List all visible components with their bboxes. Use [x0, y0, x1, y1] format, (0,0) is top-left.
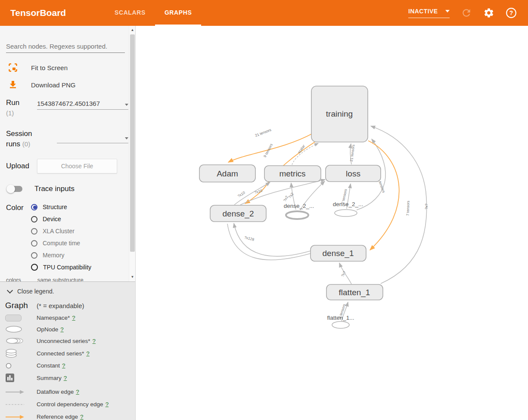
tab-graphs[interactable]: GRAPHS [155, 0, 202, 26]
help-link[interactable]: ? [60, 326, 64, 333]
session-runs-select[interactable] [57, 133, 128, 143]
help-link[interactable]: ? [106, 401, 109, 408]
node-training[interactable]: training [311, 86, 368, 142]
close-legend-label: Close legend. [17, 288, 54, 295]
legend-item-constant: Constant ? [5, 362, 131, 369]
svg-text:dense_2_...: dense_2_... [333, 201, 363, 207]
search-input[interactable] [6, 41, 125, 53]
help-link[interactable]: ? [72, 315, 75, 321]
edge-flatten1-training [371, 126, 427, 284]
legend-title: Graph [5, 301, 37, 310]
svg-text:training: training [326, 109, 353, 118]
node-loss[interactable]: loss [326, 165, 381, 182]
edge-label: 21 tensors [349, 144, 356, 162]
svg-text:Adam: Adam [217, 169, 238, 178]
summary-glyph-icon [5, 373, 15, 383]
edge-training-dense1 [368, 141, 399, 250]
constant-glyph-icon [5, 362, 14, 369]
download-png-label: Download PNG [31, 81, 75, 89]
legend-item-reference-edge: Reference edge ? [5, 413, 131, 420]
reference-edge-glyph-icon [5, 414, 25, 420]
legend-item-unconnected-series: Unconnected series* ? [5, 337, 131, 345]
help-link[interactable]: ? [64, 375, 67, 381]
download-png-button[interactable]: Download PNG [6, 80, 128, 90]
color-option-structure[interactable]: Structure [31, 204, 91, 210]
sidebar-scrollbar[interactable]: ▲ ▼ [129, 26, 135, 281]
fit-to-screen-button[interactable]: Fit to Screen [6, 62, 128, 73]
scroll-up-icon[interactable]: ▲ [129, 27, 135, 34]
edge-label: 7 tensors [405, 201, 410, 216]
svg-text:dense_2: dense_2 [223, 209, 254, 219]
trace-inputs-label: Trace inputs [34, 185, 75, 193]
scrollbar-thumb[interactable] [130, 34, 135, 252]
status-label: INACTIVE [408, 8, 438, 15]
graph-legend: Close legend. Graph (* = expandable) Nam… [0, 282, 135, 420]
run-field: Run (1) 1543874672.4501367 [6, 98, 128, 118]
radio-icon [31, 264, 38, 271]
help-link[interactable]: ? [80, 414, 84, 420]
legend-item-opnode: OpNode ? [5, 325, 131, 333]
svg-text:flatten_1: flatten_1 [339, 288, 370, 297]
node-dense-2[interactable]: dense_2 [210, 205, 266, 222]
help-link[interactable]: ? [93, 338, 96, 344]
legend-item-dataflow-edge: Dataflow edge ? [5, 388, 131, 395]
status-dropdown[interactable]: INACTIVE [408, 8, 450, 18]
edge-label: 21 tensors [255, 127, 272, 138]
legend-item-control-dependency-edge: Control dependency edge ? [5, 401, 131, 408]
chevron-down-icon [125, 104, 128, 106]
sidebar: Fit to Screen Download PNG Run (1) 15438… [0, 26, 136, 420]
color-option-device[interactable]: Device [31, 216, 91, 222]
legend-item-namespace: Namespace* ? [5, 314, 131, 321]
gear-icon[interactable] [483, 7, 494, 19]
color-section-label: Color [6, 204, 31, 271]
download-icon [8, 80, 18, 90]
run-select[interactable]: 1543874672.4501367 [37, 99, 128, 110]
unconnected-series-glyph-icon [5, 337, 25, 345]
trace-inputs-toggle[interactable] [8, 186, 22, 192]
graph-canvas[interactable]: 21 tensors 9 tensors scalar 21 tensors 2… [136, 26, 528, 420]
node-metrics[interactable]: metrics [264, 166, 321, 182]
node-flatten-1[interactable]: flatten_1 [326, 284, 383, 300]
refresh-icon[interactable] [461, 7, 472, 19]
node-dense-2-series-connected[interactable]: dense_2_... [284, 203, 314, 219]
node-adam[interactable]: Adam [199, 165, 255, 182]
app-title: TensorBoard [10, 8, 105, 18]
edge-label: ?x? [340, 270, 347, 278]
node-flatten-1-op[interactable]: flatten_1... [327, 315, 354, 328]
trace-inputs-row: Trace inputs [6, 185, 128, 193]
radio-icon [31, 216, 37, 222]
dataflow-edge-glyph-icon [5, 389, 25, 395]
close-legend-button[interactable]: Close legend. [8, 288, 131, 295]
choose-file-button[interactable]: Choose File [37, 159, 117, 173]
color-option-tpu-compatibility[interactable]: TPU Compatibility [31, 264, 91, 271]
edge-label: ?x? [424, 204, 429, 210]
run-select-value: 1543874672.4501367 [37, 100, 100, 107]
node-dense-1[interactable]: dense_1 [311, 245, 366, 261]
edge-dense1-dense2 [234, 223, 311, 256]
toggle-knob [6, 185, 15, 193]
help-link[interactable]: ? [86, 350, 90, 357]
namespace-glyph-icon [5, 315, 22, 321]
run-label: Run (1) [6, 98, 37, 118]
colors-label: colors [6, 277, 21, 282]
fit-to-screen-label: Fit to Screen [31, 64, 68, 71]
node-dense-2-series-op[interactable]: dense_2_... [333, 201, 363, 216]
sidebar-controls: Fit to Screen Download PNG Run (1) 15438… [0, 26, 135, 282]
help-link[interactable]: ? [76, 389, 79, 395]
edge-label: ?x10 [237, 190, 246, 198]
tab-scalars[interactable]: SCALARS [105, 0, 155, 26]
connected-series-glyph-icon [5, 349, 21, 358]
tab-bar: SCALARS GRAPHS [105, 0, 201, 26]
opnode-glyph-icon [5, 325, 23, 333]
legend-item-summary: Summary ? [5, 373, 131, 383]
help-link[interactable]: ? [62, 362, 65, 369]
color-option-compute-time[interactable]: Compute time [31, 240, 91, 247]
help-icon[interactable]: ? [506, 7, 517, 19]
edge-label: ?x128 [244, 235, 255, 241]
chevron-down-icon [125, 137, 128, 139]
fit-to-screen-icon [8, 62, 18, 73]
color-option-memory[interactable]: Memory [31, 252, 91, 259]
color-option-xla-cluster[interactable]: XLA Cluster [31, 228, 91, 235]
scroll-down-icon[interactable]: ▼ [129, 274, 135, 281]
help-glyph: ? [509, 9, 513, 16]
